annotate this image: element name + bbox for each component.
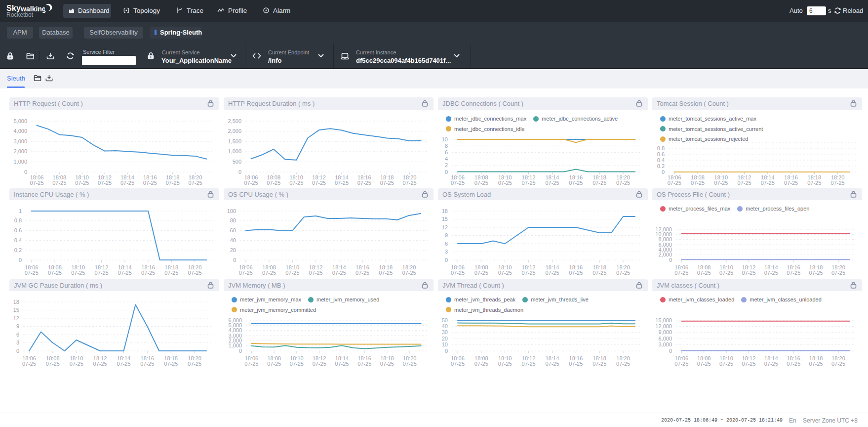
svg-text:07-25: 07-25	[403, 361, 417, 366]
svg-text:07-25: 07-25	[25, 270, 39, 275]
svg-text:3: 3	[445, 249, 448, 255]
svg-text:6,000: 6,000	[658, 242, 672, 248]
svg-text:0.4: 0.4	[657, 157, 665, 163]
svg-text:07-25: 07-25	[166, 180, 180, 185]
svg-text:1: 1	[19, 208, 22, 214]
svg-text:0: 0	[662, 169, 665, 175]
svg-text:4,000: 4,000	[658, 247, 672, 253]
svg-text:3,000: 3,000	[228, 333, 242, 339]
svg-text:07-25: 07-25	[267, 180, 280, 185]
svg-text:2,000: 2,000	[658, 252, 672, 257]
svg-text:6,000: 6,000	[658, 336, 672, 342]
svg-text:07-25: 07-25	[52, 180, 66, 185]
svg-text:07-25: 07-25	[674, 270, 688, 275]
svg-text:07-25: 07-25	[118, 270, 132, 275]
svg-text:0.4: 0.4	[14, 237, 22, 243]
svg-text:07-25: 07-25	[764, 270, 778, 275]
svg-text:07-25: 07-25	[262, 270, 276, 275]
svg-text:1,000: 1,000	[228, 148, 241, 154]
svg-text:0: 0	[233, 257, 236, 263]
svg-text:07-25: 07-25	[143, 180, 157, 185]
svg-text:18: 18	[442, 208, 448, 214]
svg-text:07-25: 07-25	[616, 361, 630, 366]
svg-text:07-25: 07-25	[522, 270, 536, 275]
svg-text:0: 0	[445, 169, 448, 175]
svg-text:5,000: 5,000	[13, 118, 27, 124]
svg-text:10,000: 10,000	[655, 231, 672, 237]
svg-text:07-25: 07-25	[71, 270, 85, 275]
svg-text:07-25: 07-25	[498, 270, 512, 275]
svg-text:07-25: 07-25	[120, 180, 134, 185]
svg-text:07-25: 07-25	[380, 180, 394, 185]
svg-text:50: 50	[442, 317, 448, 323]
svg-text:07-25: 07-25	[742, 270, 755, 275]
svg-text:07-25: 07-25	[545, 180, 559, 185]
svg-text:07-25: 07-25	[22, 361, 36, 366]
svg-text:2,000: 2,000	[228, 128, 241, 134]
svg-text:07-25: 07-25	[188, 361, 201, 366]
svg-text:07-25: 07-25	[691, 180, 705, 185]
svg-text:0.6: 0.6	[14, 227, 22, 233]
svg-text:07-25: 07-25	[668, 180, 681, 185]
svg-text:07-25: 07-25	[474, 270, 488, 275]
svg-text:1,000: 1,000	[228, 342, 242, 348]
svg-text:07-25: 07-25	[267, 361, 281, 366]
svg-text:10: 10	[442, 342, 448, 347]
svg-text:0.2: 0.2	[657, 163, 665, 169]
svg-text:07-25: 07-25	[239, 270, 253, 275]
svg-text:0.6: 0.6	[657, 151, 665, 157]
svg-text:2,000: 2,000	[228, 338, 242, 343]
svg-text:07-25: 07-25	[244, 180, 258, 185]
svg-text:07-25: 07-25	[141, 270, 155, 275]
svg-text:3,000: 3,000	[13, 138, 27, 144]
svg-text:2: 2	[445, 162, 448, 168]
svg-text:07-25: 07-25	[809, 361, 823, 366]
svg-text:6: 6	[445, 149, 448, 155]
svg-text:07-25: 07-25	[244, 361, 258, 366]
svg-text:07-25: 07-25	[46, 361, 60, 366]
svg-text:15: 15	[442, 216, 448, 222]
svg-text:07-25: 07-25	[98, 180, 112, 185]
svg-text:07-25: 07-25	[674, 361, 688, 366]
svg-text:07-25: 07-25	[117, 361, 130, 366]
svg-text:0.8: 0.8	[657, 145, 665, 151]
svg-text:07-25: 07-25	[498, 361, 512, 366]
svg-text:07-25: 07-25	[474, 180, 488, 185]
svg-text:07-25: 07-25	[290, 361, 304, 366]
svg-text:500: 500	[233, 159, 241, 165]
svg-text:07-25: 07-25	[335, 361, 349, 366]
svg-text:6,000: 6,000	[228, 317, 242, 323]
svg-text:3: 3	[16, 340, 19, 345]
svg-text:8,000: 8,000	[658, 236, 672, 242]
svg-text:07-25: 07-25	[545, 270, 559, 275]
svg-text:2,000: 2,000	[13, 148, 27, 154]
svg-text:07-25: 07-25	[569, 270, 583, 275]
svg-text:07-25: 07-25	[451, 180, 465, 185]
svg-text:0.8: 0.8	[14, 217, 22, 223]
svg-text:07-25: 07-25	[807, 180, 821, 185]
svg-text:07-25: 07-25	[189, 180, 202, 185]
svg-text:07-25: 07-25	[719, 361, 733, 366]
svg-text:0.2: 0.2	[14, 247, 22, 253]
svg-text:07-25: 07-25	[787, 270, 800, 275]
svg-text:07-25: 07-25	[402, 270, 416, 275]
svg-text:12: 12	[13, 315, 19, 321]
svg-text:07-25: 07-25	[784, 180, 798, 185]
svg-text:07-25: 07-25	[95, 270, 109, 275]
svg-text:07-25: 07-25	[164, 270, 178, 275]
svg-text:0: 0	[445, 257, 448, 263]
svg-text:07-25: 07-25	[285, 270, 299, 275]
svg-text:0: 0	[24, 169, 27, 175]
svg-text:0: 0	[238, 169, 241, 175]
svg-text:07-25: 07-25	[379, 270, 393, 275]
svg-text:07-25: 07-25	[474, 361, 488, 366]
svg-text:07-25: 07-25	[75, 180, 89, 185]
svg-text:07-25: 07-25	[309, 270, 323, 275]
svg-text:07-25: 07-25	[697, 361, 711, 366]
svg-text:07-25: 07-25	[188, 270, 202, 275]
svg-text:6: 6	[16, 332, 19, 338]
svg-text:07-25: 07-25	[787, 361, 800, 366]
svg-text:07-25: 07-25	[616, 180, 630, 185]
svg-text:1,500: 1,500	[228, 138, 241, 144]
svg-text:07-25: 07-25	[545, 361, 559, 366]
